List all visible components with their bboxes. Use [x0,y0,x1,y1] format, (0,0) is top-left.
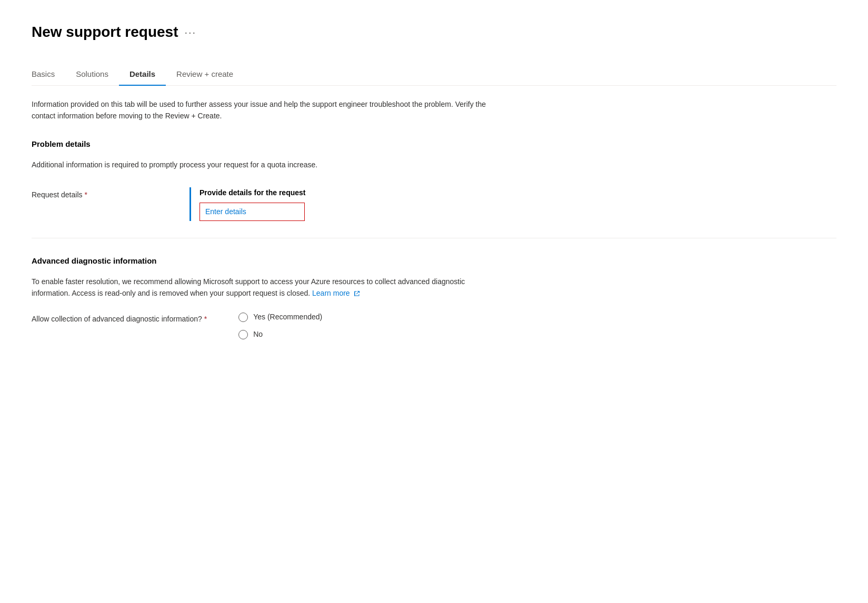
request-details-input[interactable]: Enter details [199,203,305,221]
problem-details-heading: Problem details [32,138,836,150]
tab-details[interactable]: Details [119,64,166,86]
allow-collection-label: Allow collection of advanced diagnostic … [32,314,202,325]
tab-review-create[interactable]: Review + create [166,64,244,86]
page-title-ellipsis-button[interactable]: ··· [184,24,196,40]
request-details-required-star: * [85,189,87,200]
allow-collection-row: Allow collection of advanced diagnostic … [32,311,836,340]
tab-description: Information provided on this tab will be… [32,98,505,122]
page-title: New support request [32,21,178,43]
allow-collection-label-container: Allow collection of advanced diagnostic … [32,311,207,325]
problem-details-subtext: Additional information is required to pr… [32,159,505,170]
radio-group: Yes (Recommended) No [238,311,322,340]
allow-collection-required-star: * [204,314,207,325]
external-link-icon [354,290,360,297]
advanced-diagnostic-heading: Advanced diagnostic information [32,255,836,267]
page-title-row: New support request ··· [32,21,836,43]
radio-label-yes: Yes (Recommended) [253,311,322,323]
request-details-panel: Provide details for the request Enter de… [189,187,453,221]
problem-details-section: Problem details Additional information i… [32,138,836,221]
tab-solutions[interactable]: Solutions [65,64,119,86]
radio-option-yes[interactable]: Yes (Recommended) [238,311,322,323]
page-container: New support request ··· Basics Solutions… [0,0,868,378]
radio-circle-yes [238,313,248,322]
radio-label-no: No [253,329,263,340]
tab-basics[interactable]: Basics [32,64,65,86]
request-details-label: Request details [32,189,83,200]
section-separator [32,238,836,238]
radio-circle-no [238,330,248,339]
panel-title: Provide details for the request [199,187,453,198]
request-details-row: Request details * Provide details for th… [32,187,836,221]
advanced-diagnostic-section: Advanced diagnostic information To enabl… [32,255,836,340]
radio-option-no[interactable]: No [238,329,322,340]
learn-more-link[interactable]: Learn more [312,289,360,297]
request-details-label-container: Request details * [32,187,158,200]
advanced-diagnostic-description: To enable faster resolution, we recommen… [32,276,505,299]
tabs-container: Basics Solutions Details Review + create [32,64,836,86]
